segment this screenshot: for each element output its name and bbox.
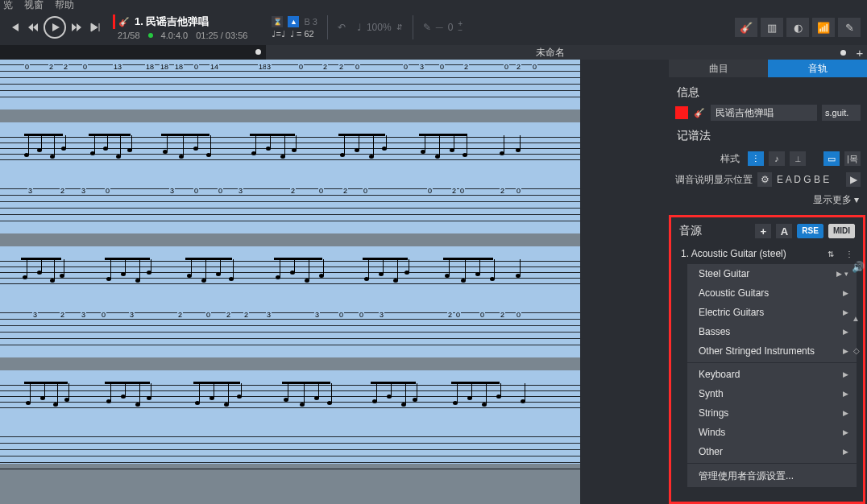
signal-icon[interactable]: 📶 — [812, 18, 835, 37]
dd-item-other[interactable]: Other▶ — [687, 442, 857, 461]
track-title: 1. 民谣吉他弹唱 — [135, 14, 209, 29]
rse-badge[interactable]: RSE — [797, 224, 823, 238]
show-more-button[interactable]: 显示更多 ▾ — [669, 190, 867, 210]
add-doc-button[interactable]: + — [852, 46, 867, 60]
note-duration-icon[interactable]: ♩ — [357, 22, 362, 33]
bpm-label: ♩ = 62 — [290, 29, 314, 39]
play-button[interactable] — [44, 16, 66, 39]
dd-item-manage[interactable]: 管理使用者音源设置... — [687, 465, 857, 487]
forward-button[interactable] — [68, 19, 85, 35]
add-source-button[interactable]: + — [755, 224, 771, 238]
undo-icon[interactable]: ↶ — [338, 22, 346, 33]
dd-item-electric-guitars[interactable]: Electric Guitars▶ — [687, 303, 857, 322]
dd-item-synth[interactable]: Synth▶ — [687, 384, 857, 403]
document-title: 未命名 — [266, 46, 834, 60]
notation-header: 记谱法 — [669, 121, 867, 148]
tuning-string: E A D G B E — [777, 174, 829, 185]
guitar-icon: 🎸 — [118, 17, 130, 27]
dd-item-other-stringed[interactable]: Other Stringed Instruments▶ — [687, 341, 857, 361]
keyboard-icon[interactable]: ▥ — [761, 18, 783, 37]
style-tab-button[interactable]: ⟂ — [790, 151, 806, 166]
beat-equation: ♩=♩ — [272, 29, 284, 39]
scroll-stepper-icon[interactable]: ◇ — [853, 346, 860, 355]
style-opt1-button[interactable]: ▭ — [823, 151, 840, 166]
style-opt2-button[interactable]: |목 — [844, 151, 861, 166]
dd-item-strings[interactable]: Strings▶ — [687, 403, 857, 423]
bar-counter: 21/58 — [118, 31, 140, 40]
mid-gutter — [580, 60, 669, 504]
dd-item-winds[interactable]: Winds▶ — [687, 423, 857, 442]
hourglass-icon[interactable]: ⌛ — [272, 16, 283, 27]
tab-tracklist[interactable]: 曲目 — [669, 60, 768, 77]
track-color-swatch[interactable] — [675, 106, 688, 119]
edit-tool-icon[interactable]: ✎ — [423, 22, 431, 33]
dd-item-basses[interactable]: Basses▶ — [687, 322, 857, 341]
source-menu-icon[interactable]: ⋮ — [845, 250, 853, 258]
plus-minus-icon[interactable]: +− — [458, 21, 463, 34]
source-header: 音源 — [679, 224, 750, 238]
time-signature: 4.0:4.0 — [161, 31, 189, 40]
drums-icon[interactable]: ◐ — [786, 18, 809, 37]
source-updown-icon[interactable]: ⇅ — [828, 250, 834, 258]
sound-source-panel: 音源 + A RSE MIDI 1. Acoustic Guitar (stee… — [669, 215, 865, 504]
style-label: 样式 — [720, 152, 740, 166]
rewind-button[interactable] — [25, 19, 41, 35]
goto-start-button[interactable] — [6, 19, 23, 35]
scroll-up-icon[interactable]: ▲ — [852, 314, 860, 323]
time-position: 01:25 / 03:56 — [196, 31, 247, 40]
doc-strip-left — [0, 45, 266, 60]
tuning-settings-button[interactable]: ⚙ — [757, 172, 772, 187]
track-abbr-field[interactable]: s.guit. — [822, 105, 861, 121]
info-header: 信息 — [669, 77, 867, 105]
metronome-icon[interactable]: ▲ — [288, 16, 299, 27]
zero-label: 0 — [448, 22, 454, 33]
tab-track[interactable]: 音轨 — [768, 60, 867, 77]
dd-item-steel-guitar[interactable]: Steel Guitar▶ ▾ — [687, 264, 857, 283]
capo-label: B 3 — [304, 17, 317, 27]
mixer-icon[interactable]: ✎ — [838, 18, 861, 37]
midi-badge[interactable]: MIDI — [828, 224, 855, 238]
score-canvas[interactable]: 0220 13181818 014183 0220 0302 020 — [0, 60, 580, 504]
tuning-play-button[interactable]: ▶ — [846, 172, 861, 187]
volume-icon[interactable]: 🔊 — [852, 261, 865, 273]
instrument-dropdown: Steel Guitar▶ ▾ Acoustic Guitars▶ Electr… — [687, 264, 857, 487]
doc-dot — [840, 50, 846, 56]
zoom-arrows[interactable]: ⇵ — [396, 23, 403, 31]
source-selected[interactable]: 1. Acoustic Guitar (steel) — [681, 248, 823, 259]
fretboard-icon[interactable]: 🎸 — [735, 18, 757, 37]
goto-end-button[interactable] — [87, 19, 103, 35]
track-name-field[interactable]: 民谣吉他弹唱 — [711, 105, 817, 121]
zoom-level[interactable]: 100% — [367, 22, 392, 33]
status-dot — [148, 33, 153, 38]
guitar-icon: 🎸 — [693, 106, 706, 119]
dd-item-acoustic-guitars[interactable]: Acoustic Guitars▶ — [687, 283, 857, 303]
auto-source-button[interactable]: A — [776, 224, 792, 238]
tuning-label: 调音说明显示位置 — [675, 173, 753, 187]
style-slash-button[interactable]: ⵗ — [748, 151, 764, 166]
dd-item-keyboard[interactable]: Keyboard▶ — [687, 365, 857, 384]
style-standard-button[interactable]: ♪ — [769, 151, 785, 166]
